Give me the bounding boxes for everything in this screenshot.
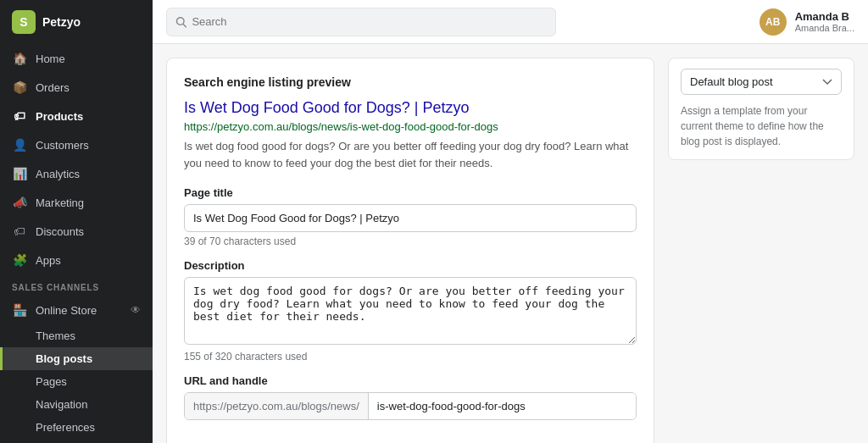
seo-preview-title[interactable]: Is Wet Dog Food Good for Dogs? | Petzyo bbox=[184, 99, 637, 117]
seo-preview-description: Is wet dog food good for dogs? Or are yo… bbox=[184, 138, 637, 171]
page-title-field: Page title 39 of 70 characters used bbox=[184, 186, 637, 247]
online-store-icon: 🏪 bbox=[12, 302, 27, 318]
right-panel: Default blog post Assign a template from… bbox=[668, 58, 854, 429]
description-field: Description 155 of 320 characters used bbox=[184, 259, 637, 363]
seo-section-title: Search engine listing preview bbox=[184, 75, 637, 89]
eye-icon[interactable]: 👁 bbox=[131, 304, 141, 316]
svg-line-1 bbox=[183, 24, 186, 26]
main-area: AB Amanda B Amanda Bra... Search engine … bbox=[153, 0, 868, 443]
analytics-icon: 📊 bbox=[12, 166, 27, 181]
search-icon bbox=[175, 16, 186, 28]
user-sub: Amanda Bra... bbox=[795, 23, 854, 33]
seo-preview-url: https://petzyo.com.au/blogs/news/is-wet-… bbox=[184, 120, 637, 133]
template-select-wrapper: Default blog post Assign a template from… bbox=[668, 58, 854, 160]
sidebar-item-discounts[interactable]: 🏷 Discounts bbox=[0, 217, 153, 246]
search-input[interactable] bbox=[192, 15, 547, 28]
sidebar-sub-blog-posts[interactable]: Blog posts bbox=[0, 347, 153, 370]
description-textarea[interactable] bbox=[184, 277, 637, 345]
user-name: Amanda B bbox=[795, 10, 854, 23]
sidebar-sub-navigation[interactable]: Navigation bbox=[0, 393, 153, 416]
marketing-icon: 📣 bbox=[12, 195, 27, 210]
sidebar-item-label: Discounts bbox=[36, 225, 84, 238]
description-char-count: 155 of 320 characters used bbox=[184, 351, 637, 363]
url-handle-input[interactable] bbox=[369, 393, 636, 419]
sidebar-sub-pages[interactable]: Pages bbox=[0, 370, 153, 393]
sidebar-item-marketing[interactable]: 📣 Marketing bbox=[0, 188, 153, 217]
sidebar-item-apps[interactable]: 🧩 Apps bbox=[0, 246, 153, 274]
url-prefix: https://petzyo.com.au/blogs/news/ bbox=[185, 393, 369, 419]
seo-preview-card: Search engine listing preview Is Wet Dog… bbox=[166, 58, 654, 443]
user-info: Amanda B Amanda Bra... bbox=[795, 10, 854, 33]
page-title-label: Page title bbox=[184, 186, 637, 199]
page-title-char-count: 39 of 70 characters used bbox=[184, 235, 637, 247]
sidebar-header: S Petzyo bbox=[0, 0, 153, 44]
page-title-input[interactable] bbox=[184, 204, 637, 232]
url-field-wrapper: https://petzyo.com.au/blogs/news/ bbox=[184, 392, 637, 420]
search-bar[interactable] bbox=[166, 8, 556, 36]
sidebar-item-label: Apps bbox=[36, 254, 61, 267]
app-name: Petzyo bbox=[42, 15, 81, 29]
shopify-logo: S bbox=[12, 10, 36, 34]
discounts-icon: 🏷 bbox=[12, 224, 27, 239]
content: Search engine listing preview Is Wet Dog… bbox=[153, 44, 868, 443]
customers-icon: 👤 bbox=[12, 137, 27, 152]
products-icon: 🏷 bbox=[12, 108, 27, 124]
sidebar-item-label: Orders bbox=[36, 81, 70, 94]
sidebar-item-analytics[interactable]: 📊 Analytics bbox=[0, 159, 153, 188]
sidebar-item-label: Marketing bbox=[36, 197, 84, 209]
sidebar-item-customers[interactable]: 👤 Customers bbox=[0, 130, 153, 159]
sidebar: S Petzyo 🏠 Home 📦 Orders 🏷 Products 👤 Cu… bbox=[0, 0, 153, 443]
avatar: AB bbox=[760, 8, 787, 36]
url-field: URL and handle https://petzyo.com.au/blo… bbox=[184, 374, 637, 420]
online-store-label: Online Store bbox=[36, 304, 97, 317]
topbar-right: AB Amanda B Amanda Bra... bbox=[760, 8, 854, 36]
sidebar-item-label: Products bbox=[36, 110, 83, 123]
sidebar-sub-themes[interactable]: Themes bbox=[0, 324, 153, 347]
topbar: AB Amanda B Amanda Bra... bbox=[153, 0, 868, 44]
sidebar-item-products[interactable]: 🏷 Products bbox=[0, 102, 153, 130]
template-select[interactable]: Default blog post bbox=[681, 69, 842, 95]
sales-channels-label: SALES CHANNELS bbox=[0, 274, 153, 296]
sidebar-item-orders[interactable]: 📦 Orders bbox=[0, 73, 153, 102]
sidebar-item-home[interactable]: 🏠 Home bbox=[0, 44, 153, 73]
sidebar-item-label: Home bbox=[36, 53, 65, 65]
sidebar-item-label: Analytics bbox=[36, 168, 80, 180]
apps-icon: 🧩 bbox=[12, 252, 27, 268]
sidebar-item-label: Customers bbox=[36, 139, 89, 152]
main-panel: Search engine listing preview Is Wet Dog… bbox=[166, 58, 654, 429]
description-label: Description bbox=[184, 259, 637, 272]
sidebar-item-online-store[interactable]: 🏪 Online Store 👁 bbox=[0, 296, 153, 324]
orders-icon: 📦 bbox=[12, 80, 27, 95]
url-label: URL and handle bbox=[184, 374, 637, 387]
sidebar-sub-preferences[interactable]: Preferences bbox=[0, 416, 153, 439]
template-description: Assign a template from your current them… bbox=[681, 103, 842, 149]
home-icon: 🏠 bbox=[12, 51, 27, 66]
sidebar-item-point-of-sale[interactable]: 🛒 Point of Sale bbox=[0, 439, 153, 443]
